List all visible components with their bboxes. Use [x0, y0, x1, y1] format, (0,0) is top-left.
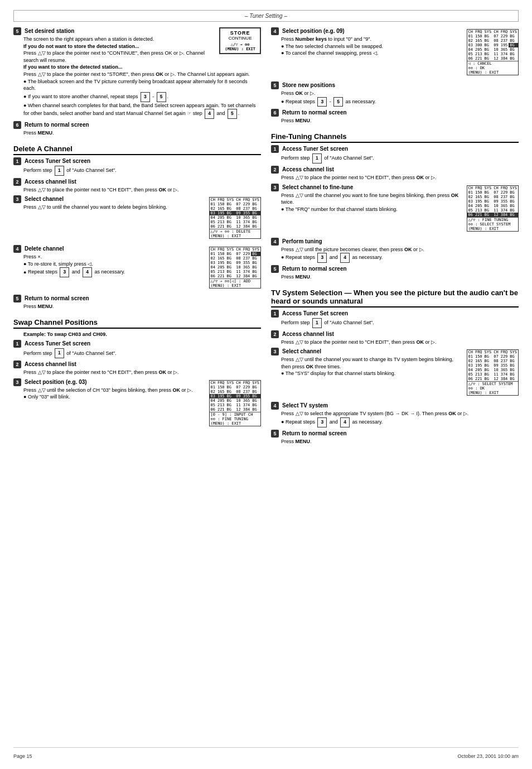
step5-bullet2: If you want to store another channel, re… — [23, 92, 261, 102]
page-header: – Tuner Setting – — [13, 10, 519, 22]
swap-step3-text: Press △▽ until the selection of CH "03" … — [23, 387, 193, 393]
step5-title: Set desired station — [25, 28, 74, 34]
tv-step2-title: Access channel list — [282, 331, 334, 337]
delete-step3-title: Select channel — [25, 196, 64, 202]
right-step4-text: Press Number keys to input "0" and "9". — [281, 36, 371, 42]
step5-if-not-label: If you do not want to store the detected… — [23, 44, 139, 49]
fine-step2-num: 2 — [271, 166, 279, 174]
right-step6-body: Press MENU. — [281, 117, 519, 124]
right-step4-num: 4 — [271, 27, 279, 35]
tv-step1-header: 1 Access Tuner Set screen — [271, 310, 519, 318]
right-step6-text: Press MENU. — [281, 118, 312, 123]
step5-num: 5 — [13, 27, 21, 35]
swap-step1: 1 Access Tuner Set screen Perform step 1… — [13, 340, 261, 358]
fine-step2-body: Press △▽ to place the pointer next to "C… — [281, 174, 519, 181]
tv-step4-body: Press △▽ to select the appropriate TV sy… — [281, 410, 519, 427]
fine-step4-header: 4 Perform tuning — [271, 238, 519, 246]
fine-tuning-title: Fine-Tuning Channels — [271, 132, 519, 143]
delete-step1-text: Perform step 1 of "Auto Channel Set". — [23, 167, 117, 173]
tv-step4-text: Press △▽ to select the appropriate TV sy… — [281, 411, 468, 416]
delete-step4-text: Press ×. — [23, 254, 42, 259]
fine-step2: 2 Access channel list Press △▽ to place … — [271, 166, 519, 181]
delete-step4-header: 4 Delete channel — [13, 245, 205, 253]
swap-step3: CHFRQSYSCHFRQSYS 01150BG07229BG 02165BG0… — [13, 378, 261, 430]
right-step5-title: Store new positions — [282, 82, 335, 88]
step5-bullet3: When channel search completes for that b… — [23, 102, 261, 119]
delete-step2-num: 2 — [13, 178, 21, 186]
tv-step4-bullets: Repeat steps 3 and 4 as necessary. — [281, 417, 519, 427]
swap-step2-body: Press △▽ to place the pointer next to "C… — [23, 369, 261, 376]
delete-screen1: CHFRQSYSCHFRQSYS 01150BG07229BG 02165BG0… — [209, 195, 262, 241]
tv-step4: 4 Select TV system Press △▽ to select th… — [271, 402, 519, 427]
swap-step2-title: Access channel list — [25, 361, 76, 367]
delete-step4-title: Delete channel — [25, 246, 64, 252]
delete-step2-body: Press △▽ to place the pointer next to "C… — [23, 186, 261, 194]
step-set-station: STORE CONTINUE △/▽ → ⊙⊙(MENU) : EXIT 5 S… — [13, 27, 261, 119]
swap-step1-header: 1 Access Tuner Set screen — [13, 340, 261, 348]
tv-step1: 1 Access Tuner Set screen Perform step 1… — [271, 310, 519, 328]
swap-step1-body: Perform step 1 of "Auto Channel Set". — [23, 348, 261, 358]
swap-step2-num: 2 — [13, 361, 21, 368]
delete-step2-text: Press △▽ to place the pointer next to "C… — [23, 187, 179, 193]
swap-channel-title: Swap Channel Positions — [13, 318, 261, 329]
fine-step5: 5 Return to normal screen Press MENU. — [271, 265, 519, 281]
right-step5-store: 5 Store new positions Press OK or ▷. ● R… — [271, 81, 519, 107]
delete-step4: CHFRQSYSCHFRQSYS 01150BG07229BG 02165BG0… — [13, 245, 261, 292]
right-step5-header: 5 Store new positions — [271, 81, 519, 89]
swap-example-text: Example: To swap CH03 and CH09. — [23, 331, 107, 337]
delete-step5: 5 Return to normal screen Press MENU. — [13, 295, 261, 310]
fine-step1-text: Perform step 1 of "Auto Channel Set". — [281, 155, 374, 161]
right-step4-title: Select position (e.g. 09) — [282, 28, 345, 34]
fine-step5-title: Return to normal screen — [282, 266, 347, 272]
fine-step3-text: Press △▽ until the channel you want to f… — [281, 193, 458, 205]
fine-step1-body: Perform step 1 of "Auto Channel Set". — [281, 153, 519, 164]
tv-step1-text: Perform step 1 of "Auto Channel Set". — [281, 320, 374, 325]
tv-step3-num: 3 — [271, 348, 279, 355]
tv-step2-num: 2 — [271, 330, 279, 338]
fine-step1-title: Access Tuner Set screen — [282, 146, 348, 152]
step5-if-want-label: If you want to store the detected statio… — [23, 64, 123, 70]
right-step6-title: Return to normal screen — [282, 109, 347, 116]
right-step4-select-pos: CHFRQSYSCHFRQSYS 01150BG07229BG 02165BG0… — [271, 27, 519, 79]
tv-step3-header: 3 Select channel — [271, 348, 462, 355]
tv-step1-body: Perform step 1 of "Auto Channel Set". — [281, 318, 519, 328]
right-step6-header: 6 Return to normal screen — [271, 109, 519, 117]
tv-step3-text: Press △▽ until the channel you want to c… — [281, 357, 453, 369]
tv-step5: 5 Return to normal screen Press MENU. — [271, 430, 519, 445]
delete-step1-title: Access Tuner Set screen — [25, 158, 90, 164]
fine-step5-num: 5 — [271, 265, 279, 273]
delete-step1-header: 1 Access Tuner Set screen — [13, 157, 261, 165]
delete-channel-title: Delete A Channel — [13, 145, 261, 155]
tv-step4-num: 4 — [271, 402, 279, 410]
fine-screen1: CHFRQSYSCHFRQSYS 01150BG07229BG 02165BG0… — [467, 184, 519, 233]
tv-step2-body: Press △▽ to place the pointer next to "C… — [281, 339, 519, 346]
delete-step2-header: 2 Access channel list — [13, 178, 261, 186]
tv-step5-body: Press MENU. — [281, 438, 519, 445]
tv-step5-header: 5 Return to normal screen — [271, 430, 519, 438]
tv-step3-title: Select channel — [282, 348, 321, 354]
fine-step5-header: 5 Return to normal screen — [271, 265, 519, 273]
swap-step3-header: 3 Select position (e.g. 03) — [13, 378, 205, 386]
page-number: Page 15 — [13, 753, 32, 759]
step6-title: Return to normal screen — [25, 122, 89, 128]
step5-desc: The screen to the right appears when a s… — [23, 36, 154, 42]
delete-screen2: CHFRQSYSCHFRQSYS 01150BG07229BG 02165BG0… — [209, 245, 262, 290]
step5-bullet1: The blueback screen and the TV picture c… — [23, 78, 261, 92]
tv-step5-title: Return to normal screen — [282, 430, 347, 436]
fine-step1: 1 Access Tuner Set screen Perform step 1… — [271, 145, 519, 164]
right-step4-header: 4 Select position (e.g. 09) — [271, 27, 462, 35]
swap-step3-title: Select position (e.g. 03) — [25, 379, 87, 385]
step-return-normal: 6 Return to normal screen Press MENU. — [13, 121, 261, 137]
delete-step5-header: 5 Return to normal screen — [13, 295, 261, 302]
step6-body: Press MENU. — [23, 129, 261, 137]
step6-header: 6 Return to normal screen — [13, 121, 261, 129]
fine-step1-num: 1 — [271, 145, 279, 153]
right-step6-return: 6 Return to normal screen Press MENU. — [271, 109, 519, 124]
delete-step5-body: Press MENU. — [23, 303, 261, 310]
fine-step5-body: Press MENU. — [281, 273, 519, 281]
fine-step1-header: 1 Access Tuner Set screen — [271, 145, 519, 153]
swap-step1-title: Access Tuner Set screen — [25, 340, 90, 347]
right-step5-num: 5 — [271, 81, 279, 89]
delete-step1-body: Perform step 1 of "Auto Channel Set". — [23, 166, 261, 176]
step6-num: 6 — [13, 121, 21, 129]
